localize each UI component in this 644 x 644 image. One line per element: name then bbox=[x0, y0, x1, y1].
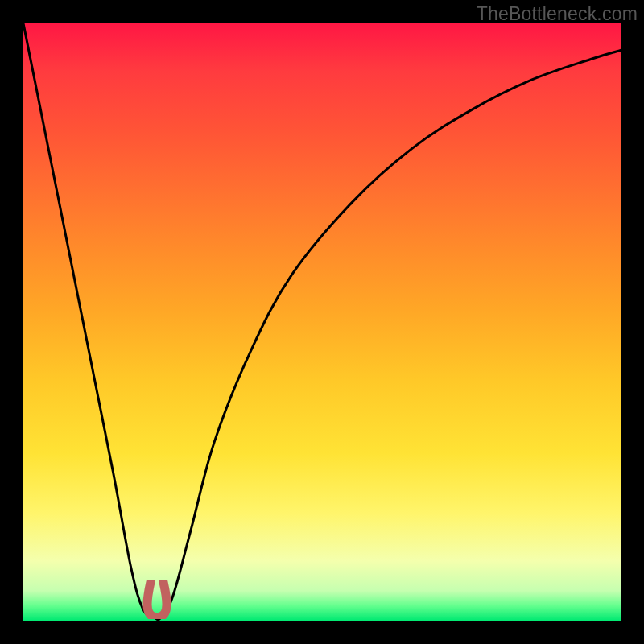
curve-line bbox=[23, 23, 621, 620]
watermark-text: TheBottleneck.com bbox=[477, 3, 638, 25]
bottleneck-curve bbox=[23, 23, 621, 621]
chart-plot-area bbox=[23, 23, 621, 621]
